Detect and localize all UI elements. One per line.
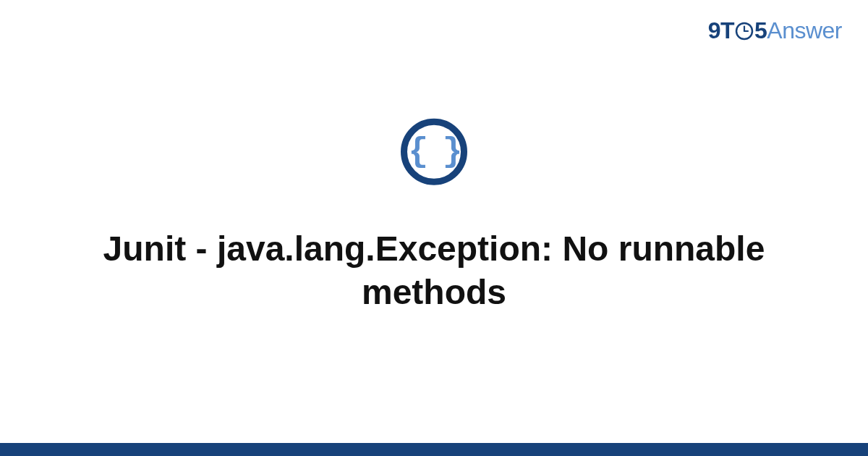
topic-icon-wrapper: { } — [0, 119, 868, 185]
logo-text-5: 5 — [754, 17, 767, 43]
clock-icon — [735, 22, 754, 41]
page-title: Junit - java.lang.Exception: No runnable… — [0, 227, 868, 314]
bottom-accent-bar — [0, 443, 868, 456]
main-content: { } Junit - java.lang.Exception: No runn… — [0, 119, 868, 314]
logo-text-9t: 9T — [708, 17, 734, 43]
site-logo: 9T5Answer — [708, 17, 842, 44]
code-braces-icon: { } — [401, 119, 467, 185]
logo-text-answer: Answer — [767, 17, 842, 43]
braces-glyph: { } — [409, 135, 460, 169]
